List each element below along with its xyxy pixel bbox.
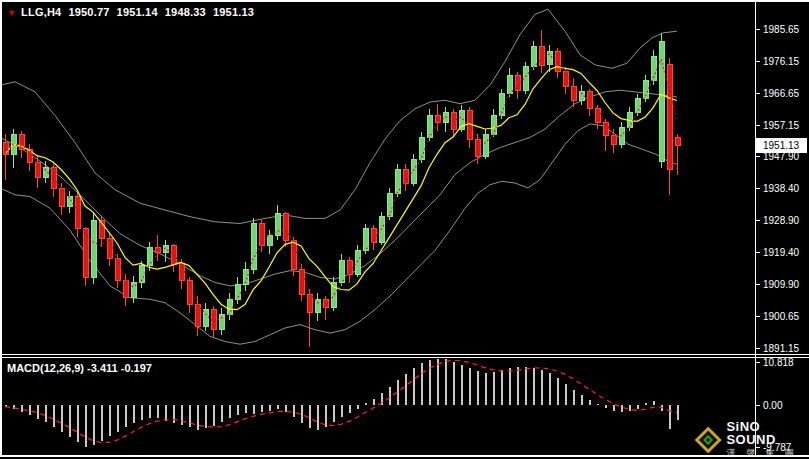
candle [131,283,136,298]
candle [307,294,312,313]
candle [491,116,496,135]
candle [179,264,184,281]
candle [275,213,280,235]
bollinger-upper-line [0,9,677,223]
candle [611,136,616,144]
bollinger-bands [0,9,677,344]
candle [475,139,480,156]
candle [155,247,160,252]
ohlc-open: 1950.77 [68,6,109,18]
symbol-dropdown-icon[interactable]: ▼ [7,8,16,18]
candle [67,197,72,207]
panel-divider-line[interactable] [0,354,809,355]
bollinger-middle-line [0,90,677,286]
ohlc-low: 1948.33 [165,6,206,18]
candle [363,229,368,251]
candle [75,197,80,229]
top-border [0,0,809,2]
candle [219,315,224,330]
ohlc-close: 1951.13 [213,6,254,18]
candle [211,310,216,330]
candle [603,122,608,136]
candle [435,116,440,123]
candle [315,299,320,313]
symbol-label: LLG,H4 [21,6,61,18]
candle [3,143,8,155]
candle [595,109,600,123]
candle [675,137,680,145]
symbol-header: ▼LLG,H41950.771951.141948.331951.13 [7,6,254,18]
candle [507,75,512,94]
candle [203,310,208,327]
candle [555,51,560,71]
candle [195,304,200,326]
candle [371,229,376,243]
price-axis-area[interactable] [755,2,809,353]
candle [587,92,592,109]
candles-layer[interactable] [3,30,680,347]
candle [659,41,664,161]
candle [123,281,128,298]
candle [339,261,344,283]
ohlc-high: 1951.14 [117,6,158,18]
candle [235,284,240,299]
bottom-border [0,455,809,457]
candle [283,213,288,240]
macd-indicator-label: MACD(12,26,9) -3.411 -0.197 [7,362,152,374]
candle [299,269,304,294]
candle [387,193,392,217]
left-border [0,0,2,457]
candle [635,99,640,113]
candle [355,250,360,274]
chart-canvas[interactable]: 1985.651976.151966.651957.151947.901938.… [0,0,809,459]
candle [227,299,232,314]
candle [171,245,176,264]
candle [163,245,168,252]
macd-axis-area[interactable] [755,359,809,455]
candle [115,259,120,281]
candle [107,239,112,259]
candle [667,65,672,170]
candle [347,261,352,275]
candle [187,281,192,305]
candle [547,51,552,65]
candle [483,134,488,156]
candle [523,67,528,91]
mt4-chart-window: ▼LLG,H41950.771951.141948.331951.13 MACD… [0,0,809,459]
candle [539,46,544,65]
candle [251,224,256,270]
candle [531,46,536,66]
candle [411,159,416,183]
panel-divider-line[interactable] [0,357,809,358]
candle [419,137,424,159]
candle [403,170,408,184]
candle [91,220,96,277]
